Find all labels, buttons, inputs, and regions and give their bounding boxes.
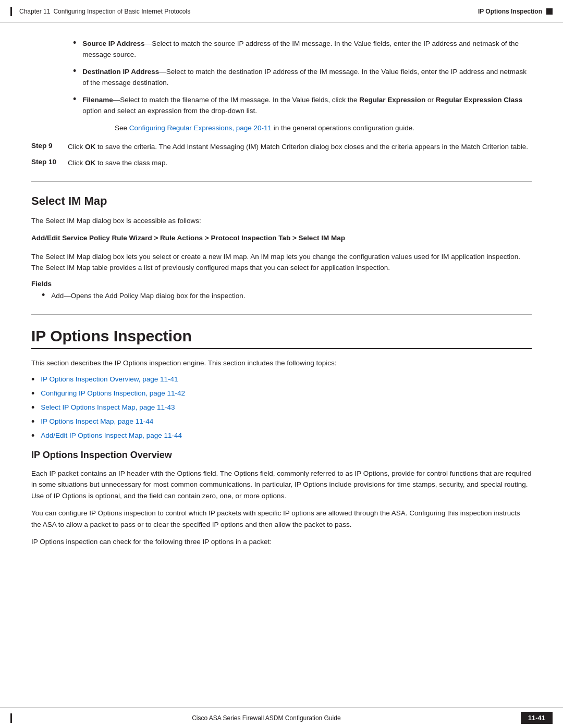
- ip-options-inspection-heading: IP Options Inspection: [31, 327, 532, 349]
- select-im-map-nav: Add/Edit Service Policy Rule Wizard > Ru…: [31, 233, 532, 244]
- see-line: See Configuring Regular Expressions, pag…: [73, 123, 532, 134]
- header-right: IP Options Inspection: [478, 8, 553, 15]
- step-9-content: Click OK to save the criteria. The Add I…: [68, 142, 532, 153]
- ip-options-link-3[interactable]: Select IP Options Inspect Map, page 11-4…: [41, 403, 175, 411]
- header-left: Chapter 11 Configuring Inspection of Bas…: [10, 7, 190, 16]
- ip-options-link-4[interactable]: IP Options Inspect Map, page 11-44: [41, 417, 153, 425]
- ip-options-links-list: • IP Options Inspection Overview, page 1…: [31, 375, 532, 441]
- main-content: • Source IP Address—Select to match the …: [0, 23, 563, 585]
- step-9-row: Step 9 Click OK to save the criteria. Th…: [31, 142, 532, 153]
- regular-expression-class-bold: Regular Expression Class: [436, 96, 523, 104]
- ip-options-overview-para2: You can configure IP Options inspection …: [31, 508, 532, 530]
- footer-center-text: Cisco ASA Series Firewall ASDM Configura…: [12, 714, 521, 722]
- bullet-text-dest-ip: Destination IP Address—Select to match t…: [82, 67, 532, 89]
- fields-label: Fields: [31, 280, 532, 288]
- source-ip-bold: Source IP Address: [82, 40, 144, 47]
- bullet-item-filename: • Filename—Select to match the filename …: [73, 95, 532, 117]
- bullet-text-filename: Filename—Select to match the filename of…: [82, 95, 532, 117]
- header-rule: [10, 7, 12, 16]
- select-im-map-heading: Select IM Map: [31, 194, 532, 208]
- chapter-title: Configuring Inspection of Basic Internet…: [53, 8, 190, 15]
- step-section: Step 9 Click OK to save the criteria. Th…: [31, 142, 532, 169]
- section-divider: [31, 181, 532, 182]
- regular-expression-bold: Regular Expression: [359, 96, 425, 104]
- ip-options-overview-section: IP Options Inspection Overview Each IP p…: [31, 450, 532, 548]
- ip-options-link-2[interactable]: Configuring IP Options Inspection, page …: [41, 389, 185, 397]
- step-10-content: Click OK to save the class map.: [68, 158, 532, 169]
- ip-options-intro: This section describes the IP Options in…: [31, 357, 532, 369]
- link-bullet-2: •: [31, 388, 34, 399]
- ip-options-link-1[interactable]: IP Options Inspection Overview, page 11-…: [41, 375, 178, 383]
- page-footer: Cisco ASA Series Firewall ASDM Configura…: [0, 707, 563, 728]
- step-10-row: Step 10 Click OK to save the class map.: [31, 158, 532, 169]
- fields-bullet-text: Add—Opens the Add Policy Map dialog box …: [51, 291, 245, 302]
- links-item-1: • IP Options Inspection Overview, page 1…: [31, 375, 532, 385]
- header-right-rule: [546, 8, 553, 15]
- select-im-map-section: Select IM Map The Select IM Map dialog b…: [31, 194, 532, 302]
- select-im-map-desc: The Select IM Map dialog box lets you se…: [31, 251, 532, 274]
- ip-options-overview-para1: Each IP packet contains an IP header wit…: [31, 468, 532, 502]
- bullet-item-dest-ip: • Destination IP Address—Select to match…: [73, 67, 532, 89]
- page-header: Chapter 11 Configuring Inspection of Bas…: [0, 0, 563, 23]
- bullet-dot: •: [73, 38, 76, 48]
- links-item-4: • IP Options Inspect Map, page 11-44: [31, 417, 532, 427]
- chapter-label: Chapter 11: [19, 8, 50, 15]
- configuring-regular-expressions-link[interactable]: Configuring Regular Expressions, page 20…: [129, 124, 272, 132]
- step-10-label: Step 10: [31, 158, 68, 166]
- link-bullet-3: •: [31, 402, 34, 413]
- bullet-text-source-ip: Source IP Address—Select to match the so…: [82, 39, 532, 60]
- filename-bold: Filename: [82, 96, 113, 104]
- bullet-dot-3: •: [73, 94, 76, 105]
- fields-bullet-dot: •: [42, 290, 45, 301]
- bullet-section: • Source IP Address—Select to match the …: [31, 39, 532, 133]
- ip-options-link-5[interactable]: Add/Edit IP Options Inspect Map, page 11…: [41, 431, 182, 439]
- links-item-3: • Select IP Options Inspect Map, page 11…: [31, 403, 532, 413]
- ip-options-overview-para3: IP Options inspection can check for the …: [31, 536, 532, 548]
- links-item-5: • Add/Edit IP Options Inspect Map, page …: [31, 431, 532, 441]
- select-im-map-intro: The Select IM Map dialog box is accessib…: [31, 215, 532, 227]
- fields-bullet-item: • Add—Opens the Add Policy Map dialog bo…: [31, 291, 532, 302]
- header-right-title: IP Options Inspection: [478, 8, 542, 15]
- see-line-suffix: in the general operations configuration …: [272, 124, 414, 132]
- step-10-ok: OK: [85, 159, 95, 167]
- step-9-ok: OK: [85, 143, 95, 151]
- link-bullet-1: •: [31, 374, 34, 385]
- link-bullet-5: •: [31, 430, 34, 441]
- links-item-2: • Configuring IP Options Inspection, pag…: [31, 389, 532, 399]
- dest-ip-bold: Destination IP Address: [82, 68, 159, 76]
- step-9-label: Step 9: [31, 142, 68, 150]
- ip-options-inspection-section: IP Options Inspection This section descr…: [31, 327, 532, 441]
- footer-page-number: 11-41: [521, 712, 553, 724]
- bullet-item-source-ip: • Source IP Address—Select to match the …: [73, 39, 532, 60]
- link-bullet-4: •: [31, 416, 34, 427]
- section-divider-2: [31, 314, 532, 315]
- ip-options-overview-heading: IP Options Inspection Overview: [31, 450, 532, 461]
- bullet-dot-2: •: [73, 66, 76, 77]
